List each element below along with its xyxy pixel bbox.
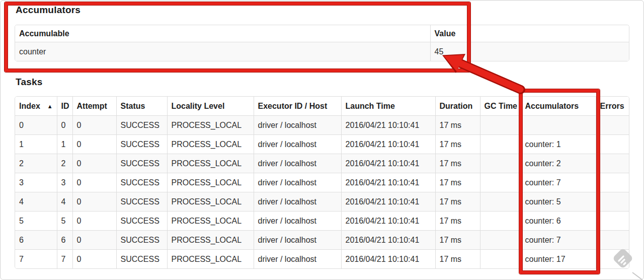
cell-status: SUCCESS <box>116 250 167 269</box>
cell-id: 1 <box>57 135 72 154</box>
cell-launch-time: 2016/04/21 10:10:41 <box>341 250 435 269</box>
cell-index: 3 <box>15 173 57 192</box>
cell-attempt: 0 <box>72 250 116 269</box>
column-header-errors[interactable]: Errors <box>596 97 629 116</box>
cell-launch-time: 2016/04/21 10:10:41 <box>341 154 435 173</box>
column-header-label: Index <box>19 102 40 110</box>
table-row: 000SUCCESSPROCESS_LOCALdriver / localhos… <box>15 116 629 135</box>
cell-accumulators <box>521 116 596 135</box>
cell-launch-time: 2016/04/21 10:10:41 <box>341 173 435 192</box>
column-header-launch-time[interactable]: Launch Time <box>341 97 435 116</box>
cell-gc-time <box>480 212 521 231</box>
column-header-label: Accumulators <box>525 102 579 110</box>
cell-executor-id-host: driver / localhost <box>254 212 341 231</box>
cell-index: 4 <box>15 192 57 212</box>
cell-locality-level: PROCESS_LOCAL <box>167 116 254 135</box>
cell-duration: 17 ms <box>435 192 480 212</box>
column-header-status[interactable]: Status <box>116 97 167 116</box>
cell-executor-id-host: driver / localhost <box>254 231 341 250</box>
column-header-id[interactable]: ID <box>57 97 72 116</box>
column-header-locality-level[interactable]: Locality Level <box>167 97 254 116</box>
cell-index: 1 <box>15 135 57 154</box>
column-header-label: Accumulable <box>19 29 69 38</box>
cell-accumulators: counter: 1 <box>521 135 596 154</box>
cell-errors <box>596 116 629 135</box>
column-header-gc-time[interactable]: GC Time <box>480 97 521 116</box>
column-header-accumulable[interactable]: Accumulable <box>15 25 430 42</box>
column-header-index[interactable]: Index▲ <box>15 97 57 116</box>
cell-errors <box>596 192 629 212</box>
cell-errors <box>596 231 629 250</box>
cell-status: SUCCESS <box>116 231 167 250</box>
cell-accumulators: counter: 7 <box>521 231 596 250</box>
table-row: 660SUCCESSPROCESS_LOCALdriver / localhos… <box>15 231 629 250</box>
table-row: 550SUCCESSPROCESS_LOCALdriver / localhos… <box>15 212 629 231</box>
column-header-label: Status <box>121 102 145 110</box>
cell-gc-time <box>480 192 521 212</box>
cell-duration: 17 ms <box>435 173 480 192</box>
cell-executor-id-host: driver / localhost <box>254 173 341 192</box>
cell-launch-time: 2016/04/21 10:10:41 <box>341 135 435 154</box>
accumulators-table: AccumulableValuecounter45 <box>15 25 629 61</box>
table-row: 110SUCCESSPROCESS_LOCALdriver / localhos… <box>15 135 629 154</box>
column-header-label: Locality Level <box>172 102 225 110</box>
cell-attempt: 0 <box>72 212 116 231</box>
cell-executor-id-host: driver / localhost <box>254 192 341 212</box>
cell-index: 2 <box>15 154 57 173</box>
cell-attempt: 0 <box>72 192 116 212</box>
cell-gc-time <box>480 231 521 250</box>
cell-duration: 17 ms <box>435 154 480 173</box>
tasks-table: Index▲IDAttemptStatusLocality LevelExecu… <box>15 96 629 269</box>
cell-executor-id-host: driver / localhost <box>254 154 341 173</box>
table-row: 770SUCCESSPROCESS_LOCALdriver / localhos… <box>15 250 629 269</box>
cell-duration: 17 ms <box>435 250 480 269</box>
cell-errors <box>596 250 629 269</box>
cell-executor-id-host: driver / localhost <box>254 250 341 269</box>
cell-attempt: 0 <box>72 135 116 154</box>
cell-status: SUCCESS <box>116 212 167 231</box>
table-row: 440SUCCESSPROCESS_LOCALdriver / localhos… <box>15 192 629 212</box>
cell-accumulators: counter: 17 <box>521 250 596 269</box>
cell-id: 7 <box>57 250 72 269</box>
cell-index: 7 <box>15 250 57 269</box>
column-header-label: ID <box>61 102 69 110</box>
cell-value: 45 <box>430 42 629 61</box>
column-header-accumulators[interactable]: Accumulators <box>521 97 596 116</box>
cell-errors <box>596 154 629 173</box>
accumulators-section-heading: Accumulators <box>16 5 80 16</box>
column-header-label: GC Time <box>485 102 518 110</box>
cell-locality-level: PROCESS_LOCAL <box>167 250 254 269</box>
cell-id: 6 <box>57 231 72 250</box>
cell-status: SUCCESS <box>116 135 167 154</box>
cell-id: 4 <box>57 192 72 212</box>
cell-duration: 17 ms <box>435 212 480 231</box>
cell-errors <box>596 212 629 231</box>
cell-gc-time <box>480 154 521 173</box>
cell-gc-time <box>480 116 521 135</box>
column-header-duration[interactable]: Duration <box>435 97 480 116</box>
column-header-attempt[interactable]: Attempt <box>72 97 116 116</box>
cell-executor-id-host: driver / localhost <box>254 116 341 135</box>
cell-locality-level: PROCESS_LOCAL <box>167 135 254 154</box>
screenshot-frame: Accumulators AccumulableValuecounter45 T… <box>0 0 644 280</box>
column-header-label: Errors <box>600 102 624 110</box>
column-header-executor-id-host[interactable]: Executor ID / Host <box>254 97 341 116</box>
cell-duration: 17 ms <box>435 116 480 135</box>
table-row: 330SUCCESSPROCESS_LOCALdriver / localhos… <box>15 173 629 192</box>
corner-artifact <box>630 271 644 280</box>
cell-gc-time <box>480 173 521 192</box>
acc-wrap-grid: AccumulableValuecounter45 <box>15 25 629 61</box>
cell-locality-level: PROCESS_LOCAL <box>167 173 254 192</box>
cell-executor-id-host: driver / localhost <box>254 135 341 154</box>
column-header-label: Value <box>435 29 456 38</box>
cell-locality-level: PROCESS_LOCAL <box>167 231 254 250</box>
cell-locality-level: PROCESS_LOCAL <box>167 192 254 212</box>
cell-accumulable: counter <box>15 42 430 61</box>
cell-errors <box>596 135 629 154</box>
cell-gc-time <box>480 135 521 154</box>
cell-accumulators: counter: 7 <box>521 173 596 192</box>
tasks-wrap-grid: Index▲IDAttemptStatusLocality LevelExecu… <box>15 97 629 268</box>
column-header-value[interactable]: Value <box>430 25 629 42</box>
cell-id: 5 <box>57 212 72 231</box>
header-row: AccumulableValue <box>15 25 629 42</box>
